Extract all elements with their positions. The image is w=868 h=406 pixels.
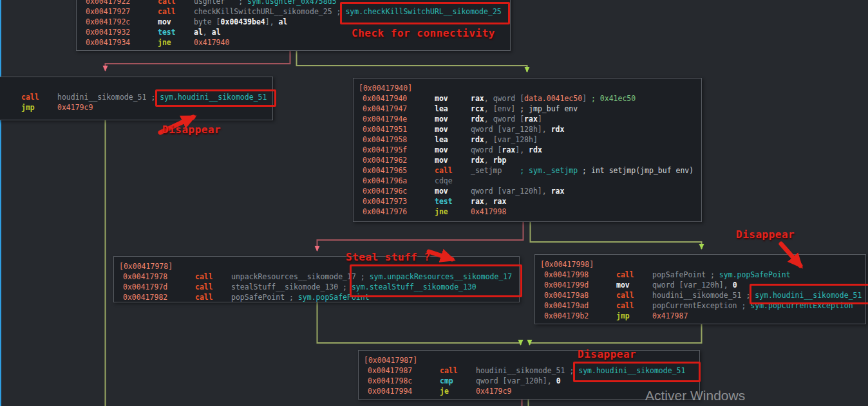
asm-row[interactable]: 0x00417976jne0x417998 [354, 207, 701, 217]
asm-address: 0x0041794e [363, 115, 407, 124]
asm-row[interactable]: 0x00417994je0x4179c9 [359, 387, 699, 397]
asm-row[interactable]: 0x00417934jne0x417940 [77, 38, 510, 48]
asm-mnemonic: mov [435, 94, 448, 103]
annotation-disappear-bottom: Disappear [578, 348, 636, 360]
asm-row[interactable]: 0x00417951movqword [var_128h], rdx [354, 125, 701, 135]
asm-address: 0x00417987 [368, 366, 412, 375]
asm-address: 0x00417973 [363, 197, 407, 206]
asm-address: 0x00417982 [123, 293, 167, 302]
edge-false-to-0x417936 [106, 51, 290, 71]
annotation-disappear-left: Disappear [162, 124, 221, 136]
asm-mnemonic: mov [435, 156, 448, 165]
asm-address: 0x00417976 [363, 207, 407, 216]
asm-mnemonic: mov [435, 115, 448, 124]
asm-row[interactable]: 0x00417947learcx, [env] ; jmp_buf env [354, 104, 701, 115]
asm-mnemonic: cmp [440, 376, 453, 385]
asm-row[interactable]: 0x00417958leardx, [var_128h] [354, 135, 701, 145]
basic-block-0x00417940[interactable]: [0x00417940]0x00417940movrax, qword [dat… [353, 78, 702, 222]
asm-row[interactable]: jmp0x4179c9 [0, 103, 272, 113]
asm-address: 0x004179ad [544, 301, 589, 310]
basic-block-0x00417998[interactable]: [0x00417998]0x00417998callpopSafePoint ;… [534, 254, 866, 324]
asm-row[interactable]: 0x004179adcallpopCurrentException ; sym.… [535, 301, 865, 311]
asm-mnemonic: call [435, 166, 453, 175]
asm-operands: houdini__sikomode_51 ; sym.houdini__siko… [652, 291, 862, 300]
asm-mnemonic: test [435, 197, 453, 206]
asm-row[interactable]: 0x0041796acdqe [354, 176, 701, 187]
disassembly-graph-view[interactable]: 0x00417922callusghter ; sym.usghter_0x47… [0, 0, 868, 406]
asm-operands: popSafePoint ; sym.popSafePoint [652, 270, 791, 279]
asm-row[interactable]: 0x0041794emovrdx, qword [rax] [354, 115, 701, 125]
asm-mnemonic: call [195, 293, 213, 302]
block-header: [0x00417978] [119, 262, 173, 272]
annotation-disappear-right: Disappear [736, 228, 795, 241]
asm-operands: 0x417998 [471, 207, 506, 216]
asm-address: 0x00417947 [363, 104, 407, 113]
asm-row[interactable]: 0x00417940movrax, qword [data.0041ec50] … [354, 94, 701, 104]
asm-mnemonic: mov [158, 17, 171, 26]
asm-operands: 0x4179c9 [476, 387, 511, 396]
asm-mnemonic: lea [435, 135, 448, 144]
asm-address: 0x00417932 [86, 28, 130, 37]
asm-mnemonic: je [440, 387, 449, 396]
asm-row[interactable]: 0x00417998callpopSafePoint ; sym.popSafe… [535, 270, 865, 281]
asm-operands: qword [var_128h], rdx [471, 125, 564, 134]
asm-mnemonic: call [21, 93, 39, 102]
edge-jmp-0x417998-to-0x417987 [530, 324, 702, 345]
asm-mnemonic: jne [435, 207, 448, 216]
asm-address: 0x00417927 [86, 7, 130, 16]
asm-row[interactable]: 0x00417978callunpackResources__sikomode_… [114, 272, 519, 282]
asm-row[interactable]: 0x00417922callusghter ; sym.usghter_0x47… [77, 0, 510, 7]
basic-block-b36[interactable]: callhoudini__sikomode_51 ; sym.houdini__… [0, 77, 273, 120]
asm-operands: 0x4179c9 [57, 103, 93, 112]
asm-operands: al, al [194, 28, 221, 37]
edge-true-to-0x417998 [531, 222, 702, 249]
asm-operands: checkKillSwitchURL__sikomode_25 ; sym.ch… [194, 7, 502, 16]
block-header: [0x00417940] [359, 84, 412, 94]
asm-mnemonic: call [616, 301, 634, 310]
asm-row[interactable]: 0x0041795fmovqword [rax], rdx [354, 145, 701, 156]
basic-block-0x00417987[interactable]: [0x00417987]0x00417987callhoudini__sikom… [358, 350, 700, 400]
asm-address: 0x00417958 [363, 135, 407, 144]
asm-row[interactable]: 0x004179b2jmp0x417987 [535, 311, 865, 322]
asm-row[interactable]: callhoudini__sikomode_51 ; sym.houdini__… [0, 93, 272, 103]
asm-mnemonic: jmp [21, 103, 35, 112]
basic-block-b22[interactable]: 0x00417922callusghter ; sym.usghter_0x47… [76, 0, 511, 51]
asm-row[interactable]: 0x00417987callhoudini__sikomode_51 ; sym… [359, 366, 699, 376]
asm-operands: qword [var_120h], 0 [652, 281, 737, 290]
asm-row[interactable]: 0x0041792cmovbyte [0x00439be4], al [77, 17, 510, 28]
asm-row[interactable]: 0x00417973testrax, rax [354, 197, 701, 207]
asm-mnemonic: call [158, 0, 176, 6]
basic-block-0x00417978[interactable]: [0x00417978]0x00417978callunpackResource… [113, 256, 520, 302]
asm-mnemonic: call [440, 366, 458, 375]
asm-row[interactable]: 0x0041799dmovqword [var_120h], 0 [535, 281, 865, 291]
asm-mnemonic: mov [435, 125, 448, 134]
asm-row[interactable]: 0x0041798ccmpqword [var_120h], 0 [359, 376, 699, 387]
asm-address: 0x004179b2 [544, 311, 589, 320]
asm-address: 0x00417965 [363, 166, 407, 175]
asm-address: 0x0041795f [363, 145, 407, 154]
asm-operands: popSafePoint ; sym.popSafePoint [231, 293, 370, 302]
asm-mnemonic: mov [616, 281, 630, 290]
asm-row[interactable]: 0x0041797dcallstealStuff__sikomode_130 ;… [114, 282, 519, 293]
asm-row[interactable]: 0x00417962movrdx, rbp [354, 156, 701, 166]
asm-row[interactable]: 0x00417965call_setjmp ; sym._setjmp ; in… [354, 166, 701, 176]
asm-operands: rax, rax [471, 197, 506, 206]
asm-operands: stealStuff__sikomode_130 ; sym.stealStuf… [231, 282, 476, 291]
asm-address: 0x00417922 [86, 0, 130, 6]
asm-row[interactable]: 0x0041796cmovqword [var_120h], rax [354, 187, 701, 197]
asm-mnemonic: mov [435, 187, 448, 196]
asm-operands: qword [var_120h], 0 [476, 376, 561, 385]
asm-row[interactable]: 0x00417927callcheckKillSwitchURL__sikomo… [77, 7, 510, 17]
asm-address: 0x0041796a [363, 176, 407, 185]
asm-operands: usghter ; sym.usghter_0x4758d5 [194, 0, 337, 6]
asm-row[interactable]: 0x004179a8callhoudini__sikomode_51 ; sym… [535, 291, 865, 301]
asm-row[interactable]: 0x00417982callpopSafePoint ; sym.popSafe… [114, 293, 519, 303]
asm-operands: rdx, [var_128h] [471, 135, 538, 144]
asm-mnemonic: lea [435, 104, 448, 113]
asm-operands: unpackResources__sikomode_17 ; sym.unpac… [231, 272, 512, 281]
asm-mnemonic: call [158, 7, 176, 16]
asm-address: 0x0041798c [368, 376, 412, 385]
asm-operands: 0x417987 [652, 311, 688, 320]
asm-operands: qword [rax], rdx [471, 145, 542, 154]
annotation-steal-stuff: Steal stuff ? [346, 251, 431, 263]
